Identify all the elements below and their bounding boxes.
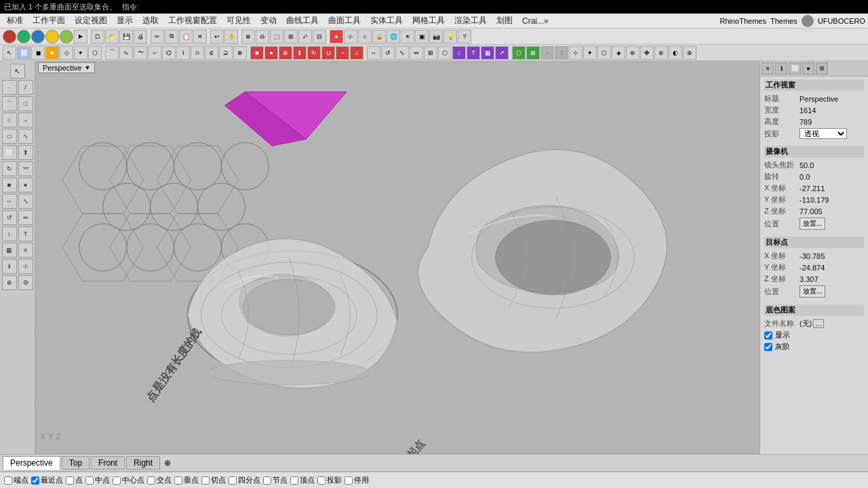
tb2-more4[interactable]: ◈ — [612, 46, 625, 60]
tb2-split[interactable]: ⊇ — [219, 46, 233, 60]
tb-light[interactable]: 💡 — [443, 30, 457, 43]
tb2-mesh2[interactable]: ⊠ — [526, 46, 540, 60]
rp-layers-icon[interactable]: ≡ — [762, 62, 774, 75]
snap-quad-cb[interactable] — [229, 476, 237, 485]
tb2-scale[interactable]: ⤡ — [395, 46, 409, 60]
tab-perspective[interactable]: Perspective — [3, 456, 60, 470]
tb2-text[interactable]: T — [467, 46, 480, 60]
tb2-select[interactable]: ↖ — [3, 46, 16, 60]
tab-top[interactable]: Top — [62, 456, 90, 470]
tb-camera[interactable]: 📷 — [429, 30, 443, 43]
snap-endpoint-cb[interactable] — [4, 476, 12, 485]
snap-nearest-cb[interactable] — [31, 476, 39, 485]
lt-gumball2-btn[interactable]: ⊕ — [2, 275, 17, 290]
tab-right[interactable]: Right — [126, 456, 160, 470]
tb-zoom-window[interactable]: ⬚ — [270, 30, 283, 43]
tb2-more1[interactable]: ⊹ — [569, 46, 583, 60]
lt-layer-btn[interactable]: ≡ — [18, 243, 33, 258]
tb2-trim[interactable]: ⊄ — [205, 46, 218, 60]
tb-copy[interactable]: ⧉ — [165, 30, 178, 43]
tb2-offset[interactable]: ⊃ — [191, 46, 204, 60]
tb-undo[interactable]: ↩ — [210, 30, 224, 43]
menu-workplane[interactable]: 工作平面 — [28, 14, 69, 28]
menu-draw[interactable]: 划图 — [492, 14, 517, 28]
tb-lime-btn[interactable] — [60, 30, 73, 43]
snap-point-cb[interactable] — [66, 476, 74, 485]
menu-visibility[interactable]: 可见性 — [222, 14, 255, 28]
snap-knot-cb[interactable] — [263, 476, 271, 485]
tb2-curve1[interactable]: ⌒ — [105, 46, 119, 60]
tb2-sph[interactable]: ● — [264, 46, 278, 60]
tb2-cyl[interactable]: ⊕ — [279, 46, 292, 60]
tb-zoom-ext[interactable]: ⤢ — [298, 30, 312, 43]
snap-perp-cb[interactable] — [174, 476, 182, 485]
tb2-pts2[interactable]: : — [555, 46, 568, 60]
tb-lock[interactable]: 🔒 — [372, 30, 386, 43]
lt-plane-btn[interactable]: ⬜ — [2, 145, 17, 160]
menu-render-tools[interactable]: 渲染工具 — [450, 14, 491, 28]
tb2-more6[interactable]: ✤ — [640, 46, 654, 60]
tab-front[interactable]: Front — [91, 456, 125, 470]
tb2-revolve[interactable]: ↻ — [307, 46, 321, 60]
lt-rotate2-btn[interactable]: ↺ — [2, 210, 17, 225]
tb2-more7[interactable]: ⊛ — [654, 46, 668, 60]
snap-intersection-cb[interactable] — [147, 476, 155, 485]
menu-viewport-config[interactable]: 工作视窗配置 — [164, 14, 221, 28]
rp-settings-icon[interactable]: ⚙ — [816, 62, 828, 75]
tb2-sweep2[interactable]: ⌂ — [350, 46, 363, 60]
tb2-rotate[interactable]: ↺ — [381, 46, 395, 60]
lt-loft-btn[interactable]: ⌤ — [18, 161, 33, 176]
tb-red-btn[interactable] — [3, 30, 16, 43]
tb-sun[interactable]: ☀ — [401, 30, 414, 43]
lt-arc-btn[interactable]: ⌣ — [18, 113, 33, 127]
tb2-tech[interactable]: ⬡ — [88, 46, 102, 60]
tb-blue-btn[interactable] — [31, 30, 45, 43]
tb-globe[interactable]: 🌐 — [387, 30, 400, 43]
lt-point-btn[interactable]: · — [2, 80, 17, 95]
snap-disable-cb[interactable] — [344, 476, 353, 485]
tb-question[interactable]: ? — [458, 30, 471, 43]
rp-grayscale-checkbox[interactable] — [764, 343, 772, 351]
menu-mesh-tools[interactable]: 网格工具 — [408, 14, 449, 28]
tb2-extrude[interactable]: ⬆ — [293, 46, 307, 60]
tb-green-btn[interactable] — [17, 30, 31, 43]
lt-box-btn[interactable]: ■ — [2, 178, 17, 192]
tb2-box[interactable]: ■ — [250, 46, 264, 60]
tb-render-btn[interactable]: ▣ — [415, 30, 429, 43]
tb2-sweep1[interactable]: ⌁ — [336, 46, 349, 60]
tb2-shaded[interactable]: ◼ — [31, 46, 45, 60]
menu-surface-tools[interactable]: 曲面工具 — [324, 14, 365, 28]
tb-circle[interactable]: ○ — [358, 30, 372, 43]
tb-zoom-in[interactable]: ⊕ — [241, 30, 255, 43]
snap-vertex-cb[interactable] — [290, 476, 298, 485]
menu-curve-tools[interactable]: 曲线工具 — [282, 14, 323, 28]
rp-display-icon[interactable]: ⬜ — [789, 62, 801, 75]
menu-solid-tools[interactable]: 实体工具 — [366, 14, 407, 28]
tb-print[interactable]: 🖨 — [134, 30, 147, 43]
tb2-more3[interactable]: ⬡ — [597, 46, 611, 60]
tb-point[interactable]: ● — [330, 30, 343, 43]
rhino-themes-label[interactable]: RhinoThemes — [719, 17, 766, 25]
menu-display[interactable]: 显示 — [113, 14, 137, 28]
lt-scale2-btn[interactable]: ⤡ — [18, 194, 33, 209]
snap-tan-cb[interactable] — [201, 476, 210, 485]
menu-transform[interactable]: 变动 — [256, 14, 281, 28]
lt-dims-btn[interactable]: ↕ — [2, 226, 17, 241]
lt-prop-btn[interactable]: ℹ — [2, 259, 17, 274]
viewport-label[interactable]: Perspective ▼ — [38, 62, 95, 73]
tb2-fillet[interactable]: ⌬ — [162, 46, 176, 60]
snap-project-cb[interactable] — [317, 476, 326, 485]
tb2-group[interactable]: ⬡ — [438, 46, 452, 60]
menu-crai[interactable]: Crai...» — [518, 15, 553, 27]
tb-triangle-btn[interactable]: ▶ — [74, 30, 87, 43]
lt-extrude2-btn[interactable]: ⬆ — [18, 145, 33, 160]
tb2-loft[interactable]: ⊔ — [321, 46, 335, 60]
tb2-dim[interactable]: ↕ — [452, 46, 466, 60]
tb2-xray[interactable]: ✦ — [74, 46, 87, 60]
snap-midpoint-cb[interactable] — [85, 476, 94, 485]
tb2-more8[interactable]: ◐ — [669, 46, 682, 60]
tb2-mesh[interactable]: ⬡ — [512, 46, 526, 60]
lt-hatch2-btn[interactable]: ▦ — [2, 243, 17, 258]
lt-circle-btn[interactable]: ○ — [2, 113, 17, 127]
viewport-dropdown-icon[interactable]: ▼ — [84, 64, 90, 71]
